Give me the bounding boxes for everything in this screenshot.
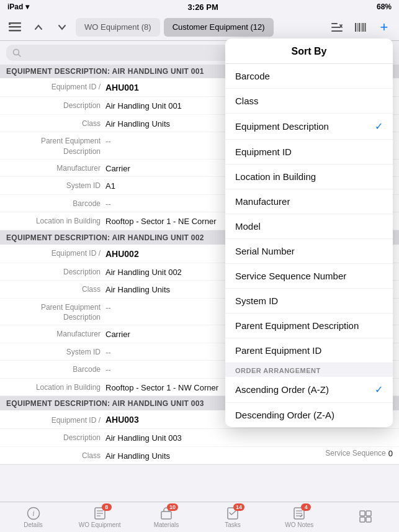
description-label-2: Description bbox=[6, 265, 105, 277]
manufacturer-label-2: Manufacturer bbox=[6, 327, 105, 340]
sort-item-service-seq[interactable]: Service Sequence Number bbox=[225, 264, 393, 289]
wo-equipment-icon-wrap: 8 bbox=[93, 507, 107, 520]
sort-item-descending-label: Descending Order (Z-A) bbox=[235, 410, 334, 420]
svg-rect-9 bbox=[355, 23, 356, 32]
sort-item-parent-eq-desc[interactable]: Parent Equipment Description bbox=[225, 313, 393, 338]
sort-item-barcode[interactable]: Barcode bbox=[225, 64, 393, 89]
carrier-label: iPad bbox=[7, 2, 23, 11]
tab-details-label: Details bbox=[24, 521, 43, 528]
location-label-2: Location in Building bbox=[6, 381, 105, 393]
svg-rect-24 bbox=[161, 512, 171, 519]
svg-rect-11 bbox=[359, 23, 360, 32]
grid-tab-icon bbox=[359, 510, 372, 523]
sort-item-location[interactable]: Location in Building bbox=[225, 165, 393, 189]
details-tab-icon: i bbox=[27, 507, 40, 520]
battery-label: 68% bbox=[377, 2, 392, 11]
sort-item-manufacturer[interactable]: Manufacturer bbox=[225, 189, 393, 214]
system-id-label: System ID bbox=[6, 179, 105, 191]
svg-line-16 bbox=[19, 55, 21, 57]
equipment-id-label-2: Equipment ID / bbox=[6, 246, 105, 259]
manufacturer-label: Manufacturer bbox=[6, 161, 105, 174]
sort-item-descending[interactable]: Descending Order (Z-A) bbox=[225, 403, 393, 427]
status-right: 68% bbox=[377, 2, 392, 11]
svg-rect-30 bbox=[360, 511, 365, 516]
svg-rect-2 bbox=[9, 30, 21, 32]
tab-wo-notes-label: WO Notes bbox=[285, 521, 313, 528]
tab-tasks-label: Tasks bbox=[225, 521, 241, 528]
sort-item-model[interactable]: Model bbox=[225, 214, 393, 239]
service-seq-label: Service Sequence bbox=[325, 449, 385, 458]
tab-details[interactable]: i Details bbox=[0, 502, 66, 532]
sort-item-parent-eq-id-label: Parent Equipment ID bbox=[235, 345, 321, 356]
tasks-badge: 14 bbox=[233, 503, 244, 511]
svg-rect-12 bbox=[361, 23, 362, 32]
tab-grid[interactable] bbox=[333, 502, 399, 532]
sort-overlay: Sort By Barcode Class Equipment Descript… bbox=[225, 38, 393, 427]
nav-right-icons: + bbox=[327, 17, 394, 37]
time-label: 3:26 PM bbox=[188, 2, 218, 12]
sort-item-ascending-check: ✓ bbox=[375, 384, 383, 395]
wo-equipment-tab[interactable]: WO Equipment (8) bbox=[76, 18, 160, 37]
barcode-icon-button[interactable] bbox=[351, 17, 370, 37]
sort-item-equipment-id[interactable]: Equipment ID bbox=[225, 140, 393, 165]
sort-item-serial-label: Serial Number bbox=[235, 246, 295, 256]
status-left: iPad ▾ bbox=[7, 2, 29, 11]
materials-icon-wrap: 10 bbox=[159, 507, 173, 520]
wo-notes-badge: 4 bbox=[301, 503, 311, 511]
svg-rect-10 bbox=[357, 23, 358, 32]
materials-badge: 10 bbox=[167, 503, 178, 511]
sort-item-ascending[interactable]: Ascending Order (A-Z) ✓ bbox=[225, 377, 393, 403]
sort-item-system-id-label: System ID bbox=[235, 295, 278, 306]
down-arrow-button[interactable] bbox=[52, 17, 72, 37]
sort-item-barcode-label: Barcode bbox=[235, 71, 270, 81]
svg-rect-14 bbox=[365, 23, 366, 32]
class-label-3: Class bbox=[6, 449, 105, 461]
sort-item-class-label: Class bbox=[235, 96, 259, 106]
sort-item-system-id[interactable]: System ID bbox=[225, 289, 393, 313]
up-arrow-button[interactable] bbox=[29, 17, 48, 37]
sort-item-parent-eq-id[interactable]: Parent Equipment ID bbox=[225, 338, 393, 363]
svg-rect-32 bbox=[360, 517, 365, 522]
class-label: Class bbox=[6, 117, 105, 129]
field-row-class-3: Class Air Handling Units Service Sequenc… bbox=[0, 447, 399, 465]
tab-materials[interactable]: 10 Materials bbox=[133, 502, 199, 532]
sort-item-ascending-label: Ascending Order (A-Z) bbox=[235, 384, 329, 395]
sort-item-manufacturer-label: Manufacturer bbox=[235, 196, 290, 207]
svg-text:i: i bbox=[32, 509, 34, 518]
class-label-2: Class bbox=[6, 282, 105, 295]
sort-item-service-seq-label: Service Sequence Number bbox=[235, 271, 346, 281]
sort-item-serial[interactable]: Serial Number bbox=[225, 239, 393, 264]
details-icon-wrap: i bbox=[27, 507, 40, 520]
grid-icon-wrap bbox=[359, 510, 372, 523]
tasks-icon-wrap: 14 bbox=[226, 507, 240, 520]
description-label-3: Description bbox=[6, 431, 105, 443]
system-id-label-2: System ID bbox=[6, 345, 105, 358]
sort-item-parent-eq-desc-label: Parent Equipment Description bbox=[235, 320, 359, 331]
wo-equipment-badge: 8 bbox=[102, 503, 112, 511]
tab-tasks[interactable]: 14 Tasks bbox=[200, 502, 266, 532]
tab-materials-label: Materials bbox=[154, 521, 179, 528]
class-value-3: Air Handling Units bbox=[105, 449, 325, 462]
svg-rect-3 bbox=[9, 23, 11, 25]
parent-eq-label-2: Parent EquipmentDescription bbox=[6, 300, 105, 323]
sort-item-eq-desc-label: Equipment Description bbox=[235, 121, 329, 132]
sort-icon-button[interactable] bbox=[327, 17, 347, 37]
add-button[interactable]: + bbox=[374, 17, 394, 37]
service-seq-value-3: 0 bbox=[386, 449, 393, 458]
sort-item-equipment-description[interactable]: Equipment Description ✓ bbox=[225, 114, 393, 140]
sort-item-location-label: Location in Building bbox=[235, 171, 316, 182]
equipment-id-label-3: Equipment ID / bbox=[6, 413, 105, 426]
customer-equipment-tab[interactable]: Customer Equipment (12) bbox=[164, 18, 274, 37]
nav-bar: WO Equipment (8) Customer Equipment (12) bbox=[0, 14, 399, 41]
sort-item-class[interactable]: Class bbox=[225, 89, 393, 114]
tab-wo-equipment[interactable]: 8 WO Equipment bbox=[66, 502, 133, 532]
tab-wo-equipment-label: WO Equipment bbox=[79, 521, 121, 528]
search-icon bbox=[12, 48, 21, 57]
list-icon-button[interactable] bbox=[5, 17, 25, 37]
field-row-desc-3: Description Air Handling Unit 003 bbox=[0, 429, 399, 447]
description-value-3: Air Handling Unit 003 bbox=[105, 431, 393, 444]
barcode-label: Barcode bbox=[6, 197, 105, 209]
tab-wo-notes[interactable]: 4 WO Notes bbox=[266, 502, 333, 532]
sort-item-model-label: Model bbox=[235, 221, 261, 232]
sort-item-eq-desc-check: ✓ bbox=[375, 120, 383, 132]
